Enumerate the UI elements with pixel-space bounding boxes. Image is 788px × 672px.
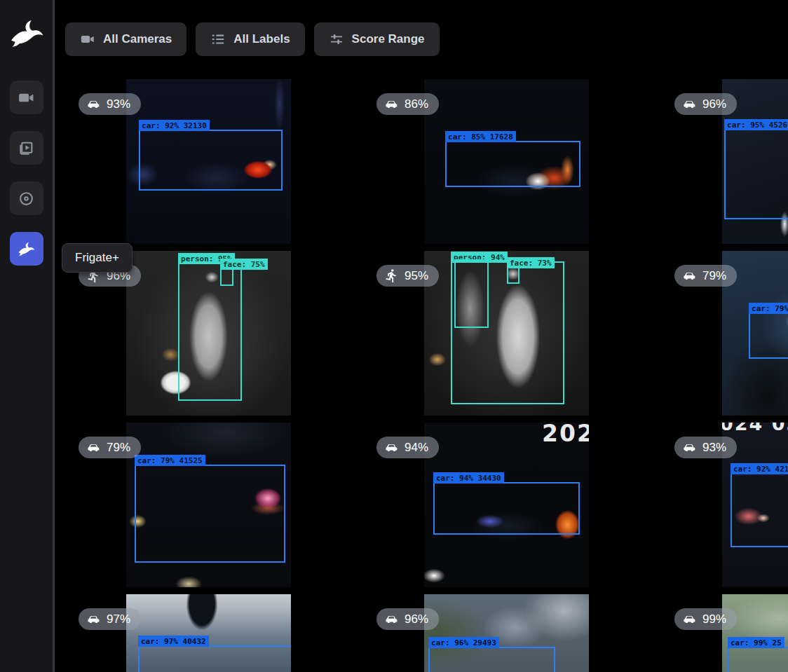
score-badge: 93% <box>674 437 737 458</box>
detection-label: car: 79% <box>749 303 788 314</box>
snapshot-image: car: 92% 32130 <box>126 79 291 244</box>
frigate-plus-tooltip: Frigate+ <box>62 243 133 273</box>
detection-box: car: 94% 34430 <box>433 482 580 535</box>
detection-label: car: 92% 4218 <box>731 463 788 474</box>
camera-icon <box>18 89 35 107</box>
sidebar-item-live[interactable] <box>10 81 43 114</box>
review-icon <box>18 139 35 157</box>
detection-label: car: 99% 25 <box>728 637 784 648</box>
detection-thumbnail[interactable]: 97%car: 97% 40432 <box>60 594 358 672</box>
sidebar <box>0 0 55 672</box>
snapshot-image: car: 97% 40432 <box>126 594 291 672</box>
filter-toolbar: All CamerasAll LabelsScore Range <box>65 22 440 56</box>
snapshot-image: car: 94% 34430202 <box>424 423 589 587</box>
detection-label: car: 79% 41525 <box>135 455 205 466</box>
detection-thumbnail[interactable]: 95%person: 94%face: 73% <box>358 251 655 423</box>
badge-score: 86% <box>405 97 428 111</box>
badge-score: 79% <box>107 441 130 455</box>
badge-score: 95% <box>405 269 428 283</box>
detection-box: car: 99% 25 <box>728 647 788 672</box>
detection-box: face: 73% <box>507 267 519 284</box>
score-badge: 79% <box>674 265 737 287</box>
detection-box: car: 97% 40432 <box>138 645 291 672</box>
detection-thumbnail[interactable]: 86%car: 85% 17628 <box>358 79 655 251</box>
car-icon <box>682 268 697 283</box>
detection-box: face: 75% <box>220 268 233 286</box>
detection-thumbnail[interactable]: 79%car: 79% <box>655 251 788 423</box>
car-icon <box>86 612 101 626</box>
car-icon <box>682 612 697 626</box>
car-icon <box>384 97 399 111</box>
detection-label: car: 95% 45260 <box>724 119 788 130</box>
score-badge: 96% <box>674 93 737 115</box>
detection-label: car: 92% 32130 <box>139 120 210 131</box>
detection-thumbnail[interactable]: 99%car: 99% 25 <box>655 594 788 672</box>
detection-label: car: 97% 40432 <box>138 636 209 647</box>
sliders-icon <box>329 32 344 47</box>
car-icon <box>86 440 101 455</box>
detection-box: car: 95% 45260 <box>724 129 788 219</box>
detection-thumbnail[interactable]: 93%car: 92% 4218024 03 0 <box>655 423 788 594</box>
camera-timestamp-overlay: 024 03 0 <box>722 423 788 434</box>
bird-icon <box>18 240 35 258</box>
badge-score: 79% <box>702 269 726 283</box>
snapshot-image: car: 85% 17628 <box>424 79 589 244</box>
detection-label: face: 75% <box>220 259 268 270</box>
snapshot-image: car: 99% 25 <box>722 594 788 672</box>
explore-icon <box>18 190 35 207</box>
badge-score: 93% <box>702 441 726 455</box>
car-icon <box>682 440 697 455</box>
detections-grid: 93%car: 92% 3213086%car: 85% 1762896%car… <box>60 79 788 672</box>
detection-thumbnail[interactable]: 93%car: 92% 32130 <box>60 79 358 251</box>
snapshot-image: car: 79% 41525 <box>126 423 291 587</box>
detection-box: car: 92% 32130 <box>139 130 282 191</box>
frigate-app: All CamerasAll LabelsScore Range 93%car:… <box>0 0 788 672</box>
score-badge: 95% <box>376 265 439 287</box>
detection-label: car: 96% 29493 <box>428 637 499 648</box>
detection-box: car: 96% 29493 <box>428 647 555 672</box>
detection-thumbnail[interactable]: 96%person: 95%face: 75% <box>60 251 358 423</box>
badge-score: 96% <box>702 97 726 111</box>
filter-button-labels[interactable]: All Labels <box>196 22 304 56</box>
detection-box: car: 79% 41525 <box>135 465 285 563</box>
filter-button-label: All Cameras <box>103 32 172 46</box>
detection-box: car: 92% 4218 <box>731 473 788 547</box>
car-icon <box>86 97 101 111</box>
detection-box <box>454 259 489 328</box>
filter-button-label: Score Range <box>352 32 425 46</box>
sidebar-item-frigate-plus[interactable] <box>10 232 43 266</box>
badge-score: 96% <box>405 612 428 626</box>
score-badge: 93% <box>79 93 141 115</box>
sidebar-nav <box>10 81 43 266</box>
badge-score: 99% <box>702 612 726 626</box>
detection-thumbnail[interactable]: 79%car: 79% 41525 <box>60 423 358 594</box>
filter-button-score[interactable]: Score Range <box>314 22 440 56</box>
badge-score: 93% <box>107 97 130 111</box>
snapshot-image: person: 95%face: 75% <box>126 251 291 416</box>
filter-button-label: All Labels <box>233 32 290 46</box>
detection-label: car: 85% 17628 <box>445 131 516 142</box>
car-icon <box>384 612 399 626</box>
badge-score: 97% <box>107 612 130 626</box>
score-badge: 99% <box>674 608 737 630</box>
sidebar-item-review[interactable] <box>10 131 43 165</box>
frigate-logo-icon <box>8 15 45 52</box>
camera-timestamp-overlay: 202 <box>542 423 589 447</box>
detection-label: face: 73% <box>507 257 555 268</box>
badge-score: 94% <box>405 441 428 455</box>
detection-thumbnail[interactable]: 94%car: 94% 34430202 <box>358 423 655 594</box>
score-badge: 94% <box>376 437 439 458</box>
person-icon <box>384 268 399 283</box>
detection-box: car: 85% 17628 <box>445 141 580 187</box>
list-icon <box>210 32 226 47</box>
detection-label: car: 94% 34430 <box>433 472 504 484</box>
car-icon <box>682 97 697 111</box>
detection-thumbnail[interactable]: 96%car: 95% 45260 <box>655 79 788 251</box>
detection-thumbnail[interactable]: 96%car: 96% 29493 <box>358 594 655 672</box>
snapshot-image: person: 94%face: 73% <box>424 251 589 416</box>
filter-button-cameras[interactable]: All Cameras <box>65 22 186 56</box>
sidebar-item-explore[interactable] <box>10 181 43 215</box>
score-badge: 86% <box>376 93 439 115</box>
detection-box: car: 79% <box>749 313 788 359</box>
snapshot-image: car: 96% 29493 <box>424 594 589 672</box>
